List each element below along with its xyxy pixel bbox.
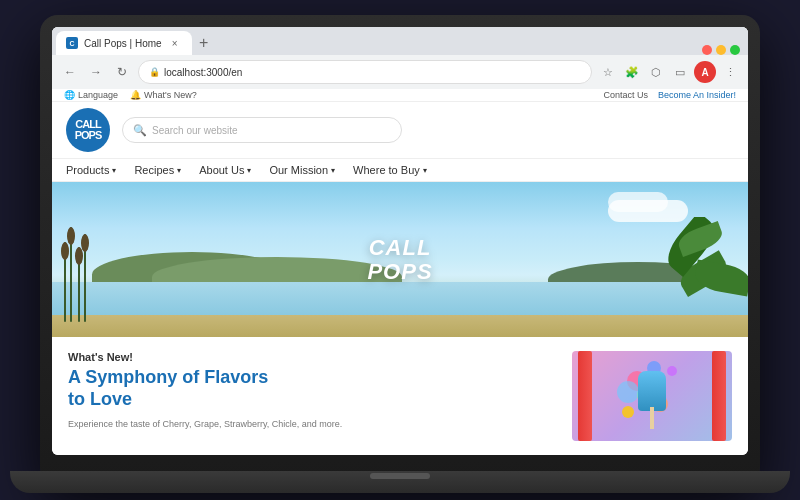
reed-1 [64, 242, 66, 322]
whats-new-label: What's New? [144, 90, 197, 100]
tab-favicon: C [66, 37, 78, 49]
laptop-base [10, 471, 790, 493]
hero-water [52, 282, 748, 317]
browser-controls: ← → ↻ 🔒 localhost:3000/en ☆ 🧩 ⬡ ▭ A ⋮ [52, 55, 748, 89]
contact-us-link[interactable]: Contact Us [603, 90, 648, 100]
logo-text-line2: POPS [75, 130, 102, 141]
bookmark-icon[interactable]: ☆ [598, 62, 618, 82]
chevron-down-icon: ▾ [112, 166, 116, 175]
language-label: Language [78, 90, 118, 100]
content-image [572, 351, 732, 441]
leaf-4 [693, 259, 748, 296]
whats-new-label: What's New! [68, 351, 552, 363]
hero-plants-left [62, 232, 92, 322]
site-logo[interactable]: CALL POPS [66, 108, 110, 152]
bubble-7 [617, 381, 639, 403]
top-info-bar: 🌐 Language 🔔 What's New? Contact Us Beco… [52, 89, 748, 102]
hero-plants-right [668, 217, 748, 337]
chevron-down-icon: ▾ [331, 166, 335, 175]
hero-ground [52, 315, 748, 337]
hero-section: CALL POPS [52, 182, 748, 337]
pop-illustration [638, 371, 666, 411]
hero-logo-overlay: CALL POPS [367, 235, 432, 283]
whats-new-link[interactable]: 🔔 What's New? [130, 90, 197, 100]
become-insider-link[interactable]: Become An Insider! [658, 90, 736, 100]
reed-3 [78, 247, 80, 322]
pop-stick [650, 407, 654, 429]
menu-icon[interactable]: ⋮ [720, 62, 740, 82]
hero-background: CALL POPS [52, 182, 748, 337]
globe-icon: 🌐 [64, 90, 75, 100]
top-info-right: Contact Us Become An Insider! [603, 90, 736, 100]
nav-recipes[interactable]: Recipes ▾ [134, 164, 181, 176]
website-header: CALL POPS 🔍 Search our website [52, 102, 748, 159]
content-section: What's New! A Symphony of Flavors to Lov… [52, 337, 748, 455]
product-image-background [572, 351, 732, 441]
screenshot-icon[interactable]: ⬡ [646, 62, 666, 82]
website-nav: Products ▾ Recipes ▾ About Us ▾ Our Miss… [52, 159, 748, 182]
chevron-down-icon: ▾ [177, 166, 181, 175]
address-text: localhost:3000/en [164, 67, 242, 78]
nav-products[interactable]: Products ▾ [66, 164, 116, 176]
refresh-button[interactable]: ↻ [112, 62, 132, 82]
nav-where-to-buy[interactable]: Where to Buy ▾ [353, 164, 427, 176]
browser-chrome: C Call Pops | Home × + ← → ↻ 🔒 [52, 27, 748, 89]
top-info-left: 🌐 Language 🔔 What's New? [64, 90, 197, 100]
search-bar[interactable]: 🔍 Search our website [122, 117, 402, 143]
browser-actions: ☆ 🧩 ⬡ ▭ A ⋮ [598, 61, 740, 83]
nav-about[interactable]: About Us ▾ [199, 164, 251, 176]
laptop-frame: C Call Pops | Home × + ← → ↻ 🔒 [40, 15, 760, 485]
laptop-notch [370, 473, 430, 479]
window-maximize-button[interactable] [730, 45, 740, 55]
lock-icon: 🔒 [149, 67, 160, 77]
content-text: What's New! A Symphony of Flavors to Lov… [68, 351, 552, 431]
new-tab-button[interactable]: + [192, 31, 216, 55]
headline-line1: A Symphony of Flavors [68, 367, 268, 387]
hero-logo-line2: POPS [367, 260, 432, 284]
laptop-screen: C Call Pops | Home × + ← → ↻ 🔒 [52, 27, 748, 455]
reed-4 [84, 234, 86, 322]
window-close-button[interactable] [702, 45, 712, 55]
search-icon: 🔍 [133, 124, 147, 137]
search-placeholder: Search our website [152, 125, 238, 136]
nav-mission[interactable]: Our Mission ▾ [269, 164, 335, 176]
bubble-6 [667, 366, 677, 376]
headline-line2: to Love [68, 389, 132, 409]
content-description: Experience the taste of Cherry, Grape, S… [68, 418, 552, 431]
window-minimize-button[interactable] [716, 45, 726, 55]
address-bar[interactable]: 🔒 localhost:3000/en [138, 60, 592, 84]
forward-button[interactable]: → [86, 62, 106, 82]
product-stick-left [578, 351, 592, 441]
chevron-down-icon: ▾ [423, 166, 427, 175]
tab-bar: C Call Pops | Home × + [52, 27, 748, 55]
chevron-down-icon: ▾ [247, 166, 251, 175]
profile-button[interactable]: A [694, 61, 716, 83]
content-headline: A Symphony of Flavors to Love [68, 367, 552, 410]
cast-icon[interactable]: ▭ [670, 62, 690, 82]
bubble-4 [622, 406, 634, 418]
tab-close-button[interactable]: × [168, 36, 182, 50]
tab-title: Call Pops | Home [84, 38, 162, 49]
browser-tab[interactable]: C Call Pops | Home × [56, 31, 192, 55]
back-button[interactable]: ← [60, 62, 80, 82]
hero-logo-line1: CALL [367, 235, 432, 259]
extension-icon[interactable]: 🧩 [622, 62, 642, 82]
product-stick-right [712, 351, 726, 441]
language-selector[interactable]: 🌐 Language [64, 90, 118, 100]
reed-2 [70, 227, 72, 322]
bell-icon: 🔔 [130, 90, 141, 100]
